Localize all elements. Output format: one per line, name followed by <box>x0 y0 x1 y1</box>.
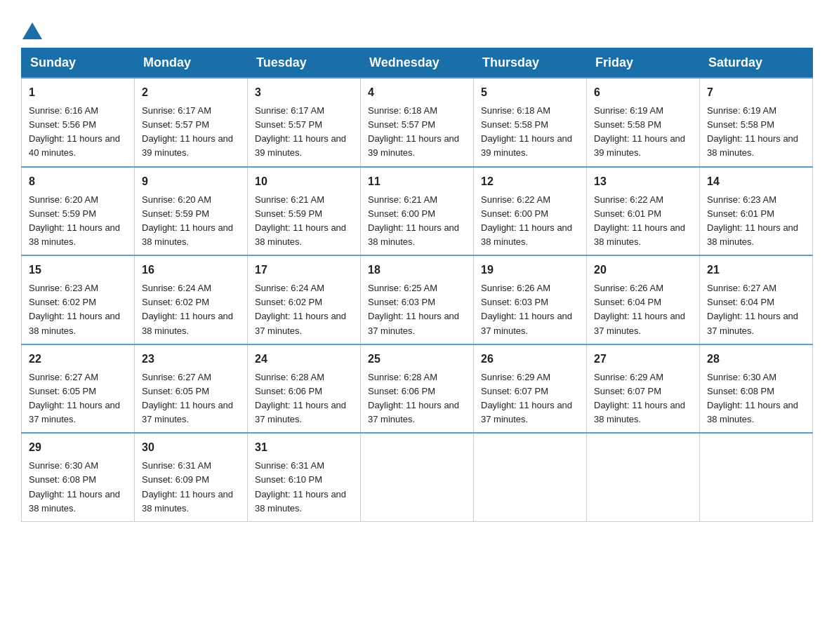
header-thursday: Thursday <box>474 48 587 79</box>
calendar-cell: 15Sunrise: 6:23 AMSunset: 6:02 PMDayligh… <box>22 255 135 344</box>
calendar-cell: 25Sunrise: 6:28 AMSunset: 6:06 PMDayligh… <box>361 344 474 434</box>
day-number: 23 <box>142 351 240 368</box>
calendar-cell: 28Sunrise: 6:30 AMSunset: 6:08 PMDayligh… <box>700 344 813 434</box>
day-info: Sunrise: 6:27 AMSunset: 6:04 PMDaylight:… <box>707 281 805 338</box>
day-info: Sunrise: 6:27 AMSunset: 6:05 PMDaylight:… <box>29 370 127 427</box>
calendar-cell: 13Sunrise: 6:22 AMSunset: 6:01 PMDayligh… <box>587 167 700 256</box>
day-number: 9 <box>142 173 240 190</box>
calendar-cell <box>361 433 474 521</box>
logo-triangle-icon <box>22 22 42 39</box>
header-saturday: Saturday <box>700 48 813 79</box>
day-number: 16 <box>142 262 240 279</box>
week-row-3: 15Sunrise: 6:23 AMSunset: 6:02 PMDayligh… <box>22 255 813 344</box>
calendar-cell: 17Sunrise: 6:24 AMSunset: 6:02 PMDayligh… <box>248 255 361 344</box>
calendar-cell: 26Sunrise: 6:29 AMSunset: 6:07 PMDayligh… <box>474 344 587 434</box>
calendar-cell: 8Sunrise: 6:20 AMSunset: 5:59 PMDaylight… <box>22 167 135 256</box>
day-number: 26 <box>481 351 579 368</box>
calendar-cell: 4Sunrise: 6:18 AMSunset: 5:57 PMDaylight… <box>361 78 474 167</box>
calendar-cell: 24Sunrise: 6:28 AMSunset: 6:06 PMDayligh… <box>248 344 361 434</box>
calendar-cell: 27Sunrise: 6:29 AMSunset: 6:07 PMDayligh… <box>587 344 700 434</box>
logo-area <box>21 21 44 34</box>
day-info: Sunrise: 6:31 AMSunset: 6:09 PMDaylight:… <box>142 459 240 516</box>
calendar-cell: 29Sunrise: 6:30 AMSunset: 6:08 PMDayligh… <box>22 433 135 521</box>
day-info: Sunrise: 6:22 AMSunset: 6:00 PMDaylight:… <box>481 193 579 250</box>
calendar-cell: 3Sunrise: 6:17 AMSunset: 5:57 PMDaylight… <box>248 78 361 167</box>
day-info: Sunrise: 6:24 AMSunset: 6:02 PMDaylight:… <box>142 281 240 338</box>
week-row-4: 22Sunrise: 6:27 AMSunset: 6:05 PMDayligh… <box>22 344 813 434</box>
day-info: Sunrise: 6:20 AMSunset: 5:59 PMDaylight:… <box>29 193 127 250</box>
day-number: 20 <box>594 262 692 279</box>
day-info: Sunrise: 6:21 AMSunset: 6:00 PMDaylight:… <box>368 193 466 250</box>
day-info: Sunrise: 6:24 AMSunset: 6:02 PMDaylight:… <box>255 281 353 338</box>
calendar-cell: 30Sunrise: 6:31 AMSunset: 6:09 PMDayligh… <box>135 433 248 521</box>
calendar-cell: 23Sunrise: 6:27 AMSunset: 6:05 PMDayligh… <box>135 344 248 434</box>
day-info: Sunrise: 6:16 AMSunset: 5:56 PMDaylight:… <box>29 104 127 161</box>
day-info: Sunrise: 6:28 AMSunset: 6:06 PMDaylight:… <box>368 370 466 427</box>
calendar-cell: 10Sunrise: 6:21 AMSunset: 5:59 PMDayligh… <box>248 167 361 256</box>
day-info: Sunrise: 6:26 AMSunset: 6:03 PMDaylight:… <box>481 281 579 338</box>
day-number: 12 <box>481 173 579 190</box>
calendar-cell: 1Sunrise: 6:16 AMSunset: 5:56 PMDaylight… <box>22 78 135 167</box>
day-info: Sunrise: 6:17 AMSunset: 5:57 PMDaylight:… <box>142 104 240 161</box>
header-friday: Friday <box>587 48 700 79</box>
week-row-1: 1Sunrise: 6:16 AMSunset: 5:56 PMDaylight… <box>22 78 813 167</box>
calendar-cell <box>700 433 813 521</box>
day-info: Sunrise: 6:27 AMSunset: 6:05 PMDaylight:… <box>142 370 240 427</box>
calendar-cell: 9Sunrise: 6:20 AMSunset: 5:59 PMDaylight… <box>135 167 248 256</box>
day-info: Sunrise: 6:30 AMSunset: 6:08 PMDaylight:… <box>707 370 805 427</box>
day-number: 10 <box>255 173 353 190</box>
calendar-cell: 22Sunrise: 6:27 AMSunset: 6:05 PMDayligh… <box>22 344 135 434</box>
day-number: 1 <box>29 84 127 101</box>
day-number: 13 <box>594 173 692 190</box>
day-number: 11 <box>368 173 466 190</box>
week-row-2: 8Sunrise: 6:20 AMSunset: 5:59 PMDaylight… <box>22 167 813 256</box>
calendar-cell <box>587 433 700 521</box>
day-info: Sunrise: 6:28 AMSunset: 6:06 PMDaylight:… <box>255 370 353 427</box>
page-header <box>21 21 813 34</box>
day-info: Sunrise: 6:17 AMSunset: 5:57 PMDaylight:… <box>255 104 353 161</box>
logo <box>21 21 44 38</box>
day-number: 8 <box>29 173 127 190</box>
day-number: 4 <box>368 84 466 101</box>
header-monday: Monday <box>135 48 248 79</box>
calendar-cell: 7Sunrise: 6:19 AMSunset: 5:58 PMDaylight… <box>700 78 813 167</box>
day-info: Sunrise: 6:25 AMSunset: 6:03 PMDaylight:… <box>368 281 466 338</box>
day-number: 21 <box>707 262 805 279</box>
day-info: Sunrise: 6:23 AMSunset: 6:02 PMDaylight:… <box>29 281 127 338</box>
day-info: Sunrise: 6:20 AMSunset: 5:59 PMDaylight:… <box>142 193 240 250</box>
day-info: Sunrise: 6:22 AMSunset: 6:01 PMDaylight:… <box>594 193 692 250</box>
day-number: 7 <box>707 84 805 101</box>
day-info: Sunrise: 6:21 AMSunset: 5:59 PMDaylight:… <box>255 193 353 250</box>
calendar-cell: 5Sunrise: 6:18 AMSunset: 5:58 PMDaylight… <box>474 78 587 167</box>
calendar-cell: 20Sunrise: 6:26 AMSunset: 6:04 PMDayligh… <box>587 255 700 344</box>
day-number: 29 <box>29 439 127 456</box>
header-row: SundayMondayTuesdayWednesdayThursdayFrid… <box>22 48 813 79</box>
day-number: 18 <box>368 262 466 279</box>
day-number: 5 <box>481 84 579 101</box>
day-info: Sunrise: 6:26 AMSunset: 6:04 PMDaylight:… <box>594 281 692 338</box>
day-number: 27 <box>594 351 692 368</box>
header-tuesday: Tuesday <box>248 48 361 79</box>
day-info: Sunrise: 6:18 AMSunset: 5:57 PMDaylight:… <box>368 104 466 161</box>
calendar-cell: 12Sunrise: 6:22 AMSunset: 6:00 PMDayligh… <box>474 167 587 256</box>
day-number: 6 <box>594 84 692 101</box>
day-number: 25 <box>368 351 466 368</box>
calendar-cell: 31Sunrise: 6:31 AMSunset: 6:10 PMDayligh… <box>248 433 361 521</box>
day-info: Sunrise: 6:29 AMSunset: 6:07 PMDaylight:… <box>481 370 579 427</box>
day-info: Sunrise: 6:19 AMSunset: 5:58 PMDaylight:… <box>707 104 805 161</box>
day-number: 19 <box>481 262 579 279</box>
calendar-cell: 14Sunrise: 6:23 AMSunset: 6:01 PMDayligh… <box>700 167 813 256</box>
week-row-5: 29Sunrise: 6:30 AMSunset: 6:08 PMDayligh… <box>22 433 813 521</box>
day-number: 14 <box>707 173 805 190</box>
calendar-cell: 6Sunrise: 6:19 AMSunset: 5:58 PMDaylight… <box>587 78 700 167</box>
day-number: 24 <box>255 351 353 368</box>
day-number: 31 <box>255 439 353 456</box>
calendar-cell <box>474 433 587 521</box>
calendar-cell: 19Sunrise: 6:26 AMSunset: 6:03 PMDayligh… <box>474 255 587 344</box>
header-sunday: Sunday <box>22 48 135 79</box>
calendar-cell: 18Sunrise: 6:25 AMSunset: 6:03 PMDayligh… <box>361 255 474 344</box>
day-number: 15 <box>29 262 127 279</box>
calendar-cell: 2Sunrise: 6:17 AMSunset: 5:57 PMDaylight… <box>135 78 248 167</box>
day-number: 2 <box>142 84 240 101</box>
day-info: Sunrise: 6:30 AMSunset: 6:08 PMDaylight:… <box>29 459 127 516</box>
